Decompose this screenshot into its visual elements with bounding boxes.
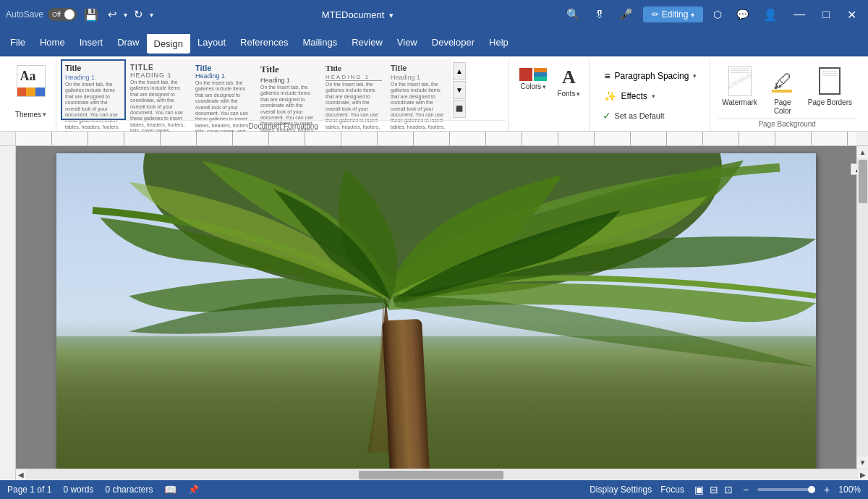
title-dropdown[interactable]: ▾ (389, 11, 393, 20)
style-thumb-3[interactable]: Title Heading 1 On the Insert tab, the g… (191, 59, 256, 120)
share-icon[interactable]: ⬡ (709, 9, 726, 20)
style-thumb-1[interactable]: Title Heading 1 On the Insert tab, the g… (61, 59, 126, 120)
minimize-button[interactable]: — (788, 5, 811, 24)
colors-button[interactable]: Colors ▾ (516, 65, 550, 93)
close-button[interactable]: ✕ (841, 5, 862, 25)
redo-icon[interactable]: ↻ (132, 8, 145, 21)
view-mode-2[interactable]: ⊟ (710, 484, 718, 495)
check-icon: ✓ (603, 110, 611, 121)
scroll-right-arrow[interactable]: ▶ (858, 471, 868, 479)
track-icon[interactable]: 📌 (188, 485, 199, 495)
undo-dropdown[interactable]: ▾ (124, 11, 127, 19)
scroll-track-vertical[interactable] (857, 158, 868, 456)
display-settings-button[interactable]: Display Settings (590, 485, 652, 495)
fonts-button[interactable]: A Fonts ▾ (554, 65, 583, 101)
ribbon-icon[interactable]: 🎖 (590, 9, 609, 20)
autosave-toggle[interactable]: Off (48, 8, 77, 21)
zoom-level[interactable]: 100% (838, 485, 861, 495)
fonts-dropdown-icon[interactable]: ▾ (576, 90, 580, 98)
proofing-icon[interactable]: 📖 (164, 484, 176, 495)
menu-review[interactable]: Review (344, 33, 390, 52)
themes-button[interactable]: Aa (11, 62, 51, 100)
scroll-down-arrow[interactable]: ▼ (857, 456, 868, 469)
zoom-thumb[interactable] (808, 486, 815, 493)
menu-developer[interactable]: Developer (425, 33, 482, 52)
menu-insert[interactable]: Insert (72, 33, 111, 52)
page-bg-buttons: WATERMARK Watermark 🖊 (718, 62, 856, 118)
mic-icon[interactable]: 🎤 (615, 8, 637, 21)
effects-button[interactable]: ✨ Effects ▾ (600, 88, 701, 104)
page-color-button[interactable]: 🖊 PageColor (765, 62, 801, 117)
para-effects-section: ≡ Paragraph Spacing ▾ ✨ Effects ▾ ✓ Set … (591, 59, 710, 131)
page-info[interactable]: Page 1 of 1 (7, 485, 51, 495)
pencil-icon: ✏ (652, 9, 659, 20)
effects-label: Effects (621, 91, 647, 101)
zoom-plus-button[interactable]: + (824, 484, 830, 495)
editing-dropdown: ▾ (691, 11, 694, 19)
set-default-label: Set as Default (614, 111, 664, 120)
editing-label: Editing (662, 9, 689, 20)
doc-page-container (16, 146, 856, 469)
zoom-minus-button[interactable]: − (743, 484, 749, 495)
themes-section: Aa Themes ▾ (6, 59, 56, 131)
comments-icon[interactable]: 💬 (732, 9, 753, 20)
quick-access-dropdown[interactable]: ▾ (150, 11, 153, 19)
para-spacing-dropdown[interactable]: ▾ (693, 72, 697, 80)
doc-formatting-label: Document Formatting (61, 120, 506, 130)
menu-references[interactable]: References (233, 33, 295, 52)
focus-button[interactable]: Focus (660, 485, 684, 495)
menu-design[interactable]: Design (147, 32, 190, 54)
menu-layout[interactable]: Layout (190, 33, 233, 52)
ruler-corner (0, 132, 16, 145)
vertical-scrollbar[interactable]: ▲ ▼ (856, 146, 868, 469)
doc-formatting-section: Title Heading 1 On the Insert tab, the g… (58, 59, 509, 131)
ruler-scroll-corner (856, 132, 868, 145)
style-thumb-6[interactable]: Title Heading 1 On the Insert tab, the g… (386, 59, 451, 120)
word-count[interactable]: 0 words (63, 485, 93, 495)
style-thumb-5[interactable]: Title HEADING 1 On the Insert tab, the g… (321, 59, 386, 120)
menu-home[interactable]: Home (33, 33, 72, 52)
document-title: MTEDocument (322, 9, 385, 20)
scroll-left-arrow[interactable]: ◀ (16, 471, 26, 479)
paragraph-spacing-button[interactable]: ≡ Paragraph Spacing ▾ (600, 68, 701, 84)
set-default-button[interactable]: ✓ Set as Default (600, 108, 701, 123)
zoom-slider[interactable] (757, 488, 815, 491)
menu-view[interactable]: View (390, 33, 425, 52)
editing-button[interactable]: ✏ Editing ▾ (643, 7, 704, 22)
ribbon-outer: Aa Themes ▾ (0, 56, 868, 132)
scroll-more-button[interactable]: ⬛ (453, 100, 466, 118)
menu-mailings[interactable]: Mailings (296, 33, 345, 52)
themes-dropdown-icon[interactable]: ▾ (43, 111, 46, 118)
scroll-thumb-vertical[interactable] (859, 160, 867, 203)
menu-bar: File Home Insert Draw Design Layout Refe… (0, 29, 868, 56)
menu-help[interactable]: Help (482, 33, 516, 52)
colors-label: Colors (520, 82, 541, 90)
menu-file[interactable]: File (3, 33, 33, 52)
style-thumb-4[interactable]: Title Heading 1 On the Insert tab, the g… (256, 59, 321, 120)
scroll-up-arrow[interactable]: ▲ (857, 146, 868, 158)
scroll-up-button[interactable]: ▲ (453, 62, 466, 80)
character-count[interactable]: 0 characters (105, 485, 153, 495)
scroll-track-horizontal[interactable] (26, 469, 858, 480)
doc-page (56, 153, 816, 469)
save-icon[interactable]: 💾 (81, 8, 101, 22)
style-thumb-2[interactable]: TITLE HEADING 1 On the Insert tab, the g… (126, 59, 191, 120)
scroll-thumb-horizontal[interactable] (359, 471, 503, 479)
undo-icon[interactable]: ↩ (106, 8, 119, 21)
maximize-button[interactable]: □ (817, 5, 835, 24)
colors-dropdown-icon[interactable]: ▾ (542, 83, 546, 90)
view-mode-3[interactable]: ⊡ (724, 484, 733, 495)
paragraph-spacing-label: Paragraph Spacing (615, 71, 689, 81)
watermark-button[interactable]: WATERMARK Watermark (718, 62, 762, 108)
effects-dropdown[interactable]: ▾ (652, 93, 655, 100)
horizontal-scrollbar[interactable]: ◀ ▶ (16, 469, 868, 480)
content-area: ▲ ▼ ◀ ▶ (16, 146, 868, 480)
scroll-down-button[interactable]: ▼ (453, 81, 466, 99)
page-borders-button[interactable]: Page Borders (804, 62, 856, 108)
menu-draw[interactable]: Draw (110, 33, 146, 52)
main-content: ▲ ▼ ◀ ▶ (0, 146, 868, 480)
autosave-label: AutoSave (6, 9, 43, 20)
view-mode-1[interactable]: ▣ (694, 484, 704, 495)
user-icon[interactable]: 👤 (759, 8, 782, 22)
search-icon[interactable]: 🔍 (562, 8, 584, 21)
